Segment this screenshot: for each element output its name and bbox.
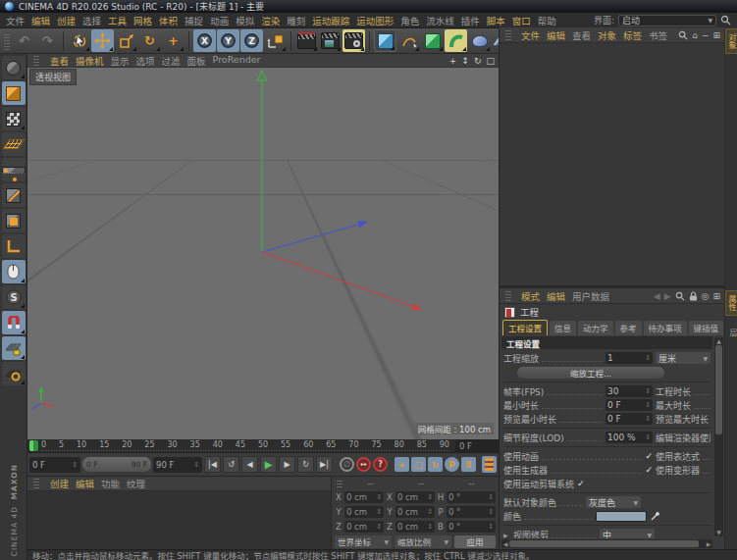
menu-item[interactable]: 工具 <box>108 14 127 27</box>
coordinate-system-button[interactable] <box>264 29 287 52</box>
attribute-menu-item[interactable]: 编辑 <box>547 289 565 303</box>
history-forward-icon[interactable]: ▶ <box>664 291 671 301</box>
viewport-menu-item[interactable]: ProRender <box>213 54 261 68</box>
viewport-solo-button[interactable]: S <box>2 285 26 309</box>
stepper-icon[interactable]: ↕ <box>376 523 382 531</box>
lock-workplane-button[interactable] <box>2 336 26 360</box>
material-menu-item[interactable]: 编辑 <box>76 477 94 490</box>
menu-item[interactable]: 创建 <box>57 14 76 27</box>
attribute-horizontal-scrollbar[interactable]: ◀ ▶ <box>501 539 712 548</box>
object-manager-menu-item[interactable]: 文件 <box>521 28 540 42</box>
autokey-button[interactable]: ↔ <box>356 457 371 472</box>
stepper-icon[interactable]: ↕ <box>376 508 382 516</box>
coordinates-grip[interactable] <box>337 479 342 487</box>
rotation-field[interactable]: 0 °↕ <box>447 491 496 503</box>
material-menu-item[interactable]: 纹理 <box>127 477 145 490</box>
menu-item[interactable]: 帮助 <box>538 14 556 27</box>
menu-item[interactable]: 角色 <box>400 14 419 27</box>
model-mode-button[interactable] <box>2 81 26 105</box>
material-list-area[interactable] <box>27 491 331 548</box>
preview-min-field[interactable]: 0 F↕ <box>605 413 653 425</box>
undo-button[interactable]: ↶ <box>13 29 35 52</box>
menu-item[interactable]: 雕刻 <box>287 14 305 27</box>
use-animation-checkbox[interactable]: ✓ <box>645 451 653 461</box>
view-clipping-dropdown[interactable]: 中▼ <box>600 529 655 538</box>
menu-item[interactable]: 插件 <box>461 14 480 27</box>
key-parameter-toggle[interactable]: P <box>445 457 459 472</box>
menu-item[interactable]: 选择 <box>82 14 101 27</box>
live-selection-button[interactable] <box>68 29 90 52</box>
lod-field[interactable]: 100 %↕ <box>605 432 653 443</box>
key-position-toggle[interactable]: + <box>395 457 409 472</box>
stepper-icon[interactable]: ↕ <box>72 461 78 469</box>
minus-icon[interactable]: − <box>702 30 710 40</box>
menu-item[interactable]: 流水线 <box>426 14 454 27</box>
enable-axis-button[interactable] <box>2 234 26 258</box>
attribute-tab[interactable]: 待办事项 <box>644 321 687 335</box>
rotate-tool-button[interactable]: ↻ <box>138 29 161 52</box>
menu-item[interactable]: 体积 <box>159 14 178 27</box>
move-tool-button[interactable] <box>91 29 114 52</box>
points-mode-button[interactable] <box>2 158 26 181</box>
scrollbar-thumb[interactable] <box>509 540 699 547</box>
object-manager-menu-item[interactable]: 编辑 <box>547 28 565 42</box>
material-menu-item[interactable]: 创建 <box>50 477 69 490</box>
lock-z-axis-button[interactable]: Z <box>240 29 263 52</box>
key-pla-toggle[interactable]: ⠿ <box>461 457 476 472</box>
position-field[interactable]: 0 cm↕ <box>344 521 384 533</box>
goto-start-button[interactable]: |◀ <box>204 456 221 473</box>
stepper-icon[interactable]: ↕ <box>488 508 494 516</box>
new-panel-icon[interactable]: ⊞ <box>712 30 720 40</box>
menu-item[interactable]: 文件 <box>6 14 25 27</box>
rotation-field[interactable]: 0 °↕ <box>447 506 496 518</box>
key-rotation-toggle[interactable]: ↻ <box>428 457 443 472</box>
render-region-button[interactable] <box>319 29 342 52</box>
record-button[interactable]: ∅ <box>340 457 354 472</box>
attribute-tab[interactable]: 信息 <box>550 321 576 335</box>
lock-x-axis-button[interactable]: X <box>193 29 216 52</box>
scale-project-button[interactable]: 缩放工程... <box>517 367 664 379</box>
scrollbar-thumb[interactable] <box>715 345 722 434</box>
viewport-menu-item[interactable]: 面板 <box>187 54 206 68</box>
frame-start-field[interactable]: 0 F↕ <box>29 457 80 473</box>
object-manager-menu-item[interactable]: 标签 <box>623 28 642 42</box>
attribute-tab[interactable]: 参考 <box>615 321 642 335</box>
edges-mode-button[interactable] <box>2 183 26 207</box>
polygons-mode-button[interactable] <box>2 209 26 232</box>
attribute-menu-item[interactable]: 用户数据 <box>572 289 609 303</box>
spline-pen-button[interactable] <box>397 29 420 52</box>
stepper-icon[interactable]: ↕ <box>427 508 433 516</box>
material-grip[interactable] <box>33 479 39 488</box>
history-back-icon[interactable]: ◀ <box>654 291 660 301</box>
viewport-canvas[interactable]: 网格间距 : 100 cm <box>27 68 499 439</box>
viewport-orbit-icon[interactable]: ↻ <box>474 56 482 66</box>
attribute-vertical-scrollbar[interactable]: ▲ ▼ <box>714 337 723 536</box>
stepper-icon[interactable]: ↕ <box>427 493 433 501</box>
playhead[interactable] <box>29 440 38 451</box>
object-manager-menu-item[interactable]: 查看 <box>572 28 591 42</box>
search-icon[interactable] <box>678 30 688 40</box>
expand-icon[interactable]: ▶ <box>503 532 510 538</box>
new-panel-icon[interactable]: ⊞ <box>712 291 720 301</box>
default-object-color-dropdown[interactable]: 灰度色▼ <box>586 496 641 508</box>
next-key-button[interactable]: ↻ <box>297 456 314 473</box>
rotation-field[interactable]: 0 °↕ <box>447 521 496 533</box>
eyedropper-icon[interactable] <box>650 511 660 522</box>
apply-button[interactable]: 应用 <box>454 535 496 548</box>
use-motion-system-checkbox[interactable]: ✓ <box>577 479 585 488</box>
stepper-icon[interactable]: ↕ <box>488 493 494 501</box>
goto-end-button[interactable]: ▶| <box>316 456 333 473</box>
viewport-menu-item[interactable]: 显示 <box>111 54 130 68</box>
interface-select[interactable]: 启动 ▼ <box>618 15 716 26</box>
menu-item[interactable]: 窗口 <box>512 14 531 27</box>
stepper-icon[interactable]: ↕ <box>193 461 199 469</box>
attribute-tab[interactable]: 动力学 <box>578 321 613 335</box>
position-field[interactable]: 0 cm↕ <box>344 506 384 518</box>
menu-item[interactable]: 运动跟踪 <box>312 14 349 27</box>
tweak-mode-button[interactable] <box>2 260 26 283</box>
viewport-pan-icon[interactable]: + <box>449 56 457 66</box>
size-field[interactable]: 0 cm↕ <box>395 506 435 518</box>
viewport-grip[interactable] <box>33 56 39 66</box>
timeline-ruler[interactable]: 051015202530354045505560657075808590 0 F <box>27 439 499 453</box>
menu-item[interactable]: 网格 <box>133 14 152 27</box>
